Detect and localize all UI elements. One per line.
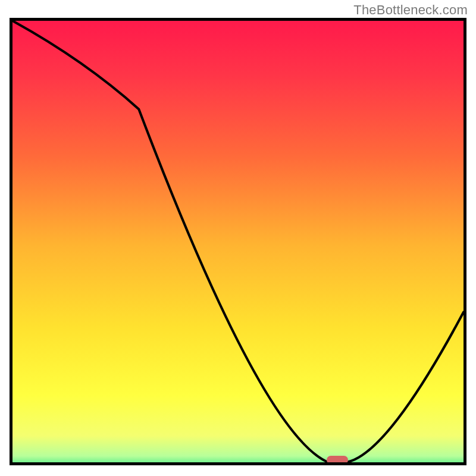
watermark-text: TheBottleneck.com	[353, 2, 468, 18]
bottleneck-curve	[12, 21, 464, 462]
chart-frame	[10, 18, 466, 465]
optimal-marker	[327, 456, 348, 464]
